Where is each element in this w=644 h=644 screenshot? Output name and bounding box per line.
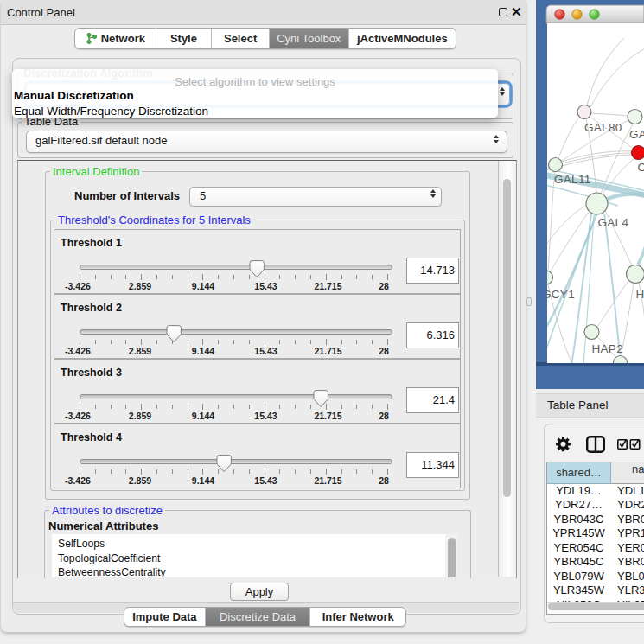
svg-text:H: H bbox=[636, 288, 644, 301]
svg-text:HAP2: HAP2 bbox=[592, 342, 623, 355]
svg-text:GAL4: GAL4 bbox=[598, 216, 629, 229]
svg-text:GAL80: GAL80 bbox=[584, 121, 622, 134]
svg-text:CY: CY bbox=[638, 161, 644, 174]
svg-text:GAL11: GAL11 bbox=[554, 173, 591, 186]
svg-text:GA: GA bbox=[629, 128, 644, 141]
